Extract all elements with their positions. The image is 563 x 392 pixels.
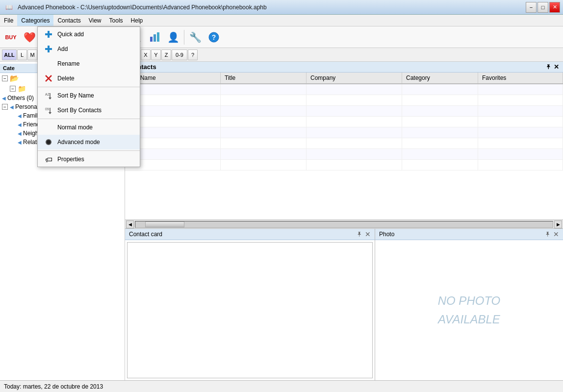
- svg-text:AZ: AZ: [45, 93, 50, 96]
- arrow-neighbors: ◀: [18, 131, 22, 136]
- table-row: [125, 106, 563, 117]
- alpha-z[interactable]: Z: [161, 49, 171, 60]
- add-icon: [44, 44, 53, 54]
- col-category[interactable]: Category: [402, 73, 478, 83]
- dropdown-normal-mode[interactable]: Normal mode: [38, 120, 140, 135]
- svg-marker-22: [49, 112, 51, 114]
- contacts-body: [125, 84, 563, 220]
- dropdown-quick-add[interactable]: Quick add: [38, 27, 140, 42]
- horizontal-scrollbar[interactable]: ◀ ▶: [125, 220, 563, 228]
- dropdown-rename[interactable]: Rename: [38, 56, 140, 71]
- scroll-right-button[interactable]: ▶: [554, 220, 562, 228]
- alpha-y[interactable]: Y: [151, 49, 161, 60]
- dropdown-properties[interactable]: 🏷 Properties: [38, 152, 140, 167]
- normal-mode-icon: [44, 122, 53, 132]
- no-photo-line1: NO PHOTO: [438, 292, 501, 310]
- minimize-button[interactable]: −: [526, 2, 537, 13]
- arrow-others: ◀: [2, 96, 6, 101]
- col-favorites[interactable]: Favorites: [478, 73, 563, 83]
- buy-button[interactable]: BUY: [2, 28, 20, 46]
- contact-card-controls: 🖈 ✕: [356, 230, 371, 238]
- table-row: [125, 95, 563, 106]
- close-button[interactable]: ✕: [549, 2, 560, 13]
- title-bar: 📖 Advanced Phonebook - C:\Users\uptodown…: [0, 0, 563, 15]
- menu-contacts[interactable]: Contacts: [53, 15, 84, 26]
- photo-close[interactable]: ✕: [553, 230, 559, 238]
- quick-add-label: Quick add: [57, 31, 84, 38]
- dock-icon[interactable]: 🖈 ✕: [545, 63, 559, 71]
- delete-label: Delete: [57, 75, 75, 82]
- normal-mode-label: Normal mode: [57, 124, 93, 131]
- menu-view[interactable]: View: [85, 15, 105, 26]
- expand-root[interactable]: −: [2, 75, 8, 81]
- menu-categories[interactable]: Categories: [17, 15, 53, 26]
- photo-panel: Photo 🖈 ✕ NO PHOTO AVAILABLE: [375, 229, 563, 380]
- photo-panel-header: Photo 🖈 ✕: [375, 229, 563, 240]
- menu-help[interactable]: Help: [127, 15, 147, 26]
- radio-dot: [46, 139, 51, 145]
- menu-file[interactable]: File: [0, 15, 17, 26]
- heart-button[interactable]: ❤️: [21, 28, 38, 46]
- delete-icon: [44, 74, 53, 83]
- menu-tools[interactable]: Tools: [105, 15, 127, 26]
- alpha-question[interactable]: ?: [188, 49, 198, 60]
- rename-icon: [44, 59, 53, 69]
- table-row: [125, 138, 563, 149]
- right-panel: Contacts 🖈 ✕ Full Name Title Company Cat…: [125, 62, 563, 380]
- categories-title: Cate: [3, 65, 15, 71]
- contact-card-panel: Contact card 🖈 ✕: [125, 229, 375, 380]
- photo-pin[interactable]: 🖈: [544, 230, 551, 238]
- window-controls: − □ ✕: [526, 2, 560, 13]
- expand-personal[interactable]: −: [2, 104, 8, 110]
- col-title[interactable]: Title: [221, 73, 307, 83]
- contact-card-pin[interactable]: 🖈: [356, 230, 363, 238]
- folder-icon: 📂: [10, 74, 19, 83]
- contact-card-body: [127, 242, 373, 378]
- svg-text:09: 09: [45, 107, 49, 111]
- others-label: Others (0): [7, 95, 34, 101]
- dropdown-sort-contacts[interactable]: 09 Sort By Contacts: [38, 103, 140, 118]
- app-icon: 📖: [3, 1, 15, 13]
- photo-controls: 🖈 ✕: [544, 230, 559, 238]
- rename-label: Rename: [57, 60, 79, 67]
- alpha-all-button[interactable]: ALL: [2, 49, 17, 60]
- add-label: Add: [57, 46, 68, 52]
- no-photo-line2: AVAILABLE: [438, 310, 501, 329]
- scroll-thumb[interactable]: [145, 221, 184, 227]
- svg-rect-7: [154, 34, 156, 42]
- dropdown-sort-name[interactable]: AZ Sort By Name: [38, 88, 140, 103]
- maximize-button[interactable]: □: [537, 2, 548, 13]
- status-bar: Today: martes, 22 de octubre de 2013: [0, 380, 563, 392]
- dropdown-add[interactable]: Add: [38, 42, 140, 56]
- table-row: [125, 149, 563, 160]
- svg-rect-14: [45, 48, 52, 50]
- svg-marker-19: [49, 98, 51, 99]
- alpha-x[interactable]: X: [141, 49, 151, 60]
- photo-title: Photo: [379, 231, 394, 238]
- help-button[interactable]: ?: [205, 28, 223, 46]
- table-row: [125, 84, 563, 95]
- folder-icon-1: 📁: [18, 85, 26, 93]
- scroll-track[interactable]: [135, 221, 553, 228]
- sort-contacts-icon: 09: [44, 105, 53, 115]
- svg-text:?: ?: [212, 33, 216, 41]
- person-button[interactable]: 👤: [164, 28, 182, 46]
- expand-1[interactable]: −: [10, 86, 16, 92]
- contact-card-title: Contact card: [129, 231, 162, 238]
- chart-button[interactable]: [146, 28, 163, 46]
- contact-card-close[interactable]: ✕: [365, 230, 371, 238]
- alpha-l[interactable]: L: [17, 49, 27, 60]
- table-row: [125, 160, 563, 171]
- alpha-09[interactable]: 0-9: [172, 49, 187, 60]
- settings-button[interactable]: 🔧: [186, 28, 204, 46]
- col-company[interactable]: Company: [307, 73, 402, 83]
- svg-rect-12: [45, 33, 52, 35]
- alpha-m[interactable]: M: [27, 49, 37, 60]
- contacts-table-header: Full Name Title Company Category Favorit…: [125, 73, 563, 84]
- dropdown-delete[interactable]: Delete: [38, 71, 140, 86]
- dropdown-advanced-mode[interactable]: Advanced mode: [38, 135, 140, 149]
- separator-4: [184, 30, 184, 45]
- advanced-mode-label: Advanced mode: [57, 139, 100, 146]
- bottom-area: Contact card 🖈 ✕ Photo 🖈 ✕: [125, 228, 563, 380]
- scroll-left-button[interactable]: ◀: [126, 220, 134, 228]
